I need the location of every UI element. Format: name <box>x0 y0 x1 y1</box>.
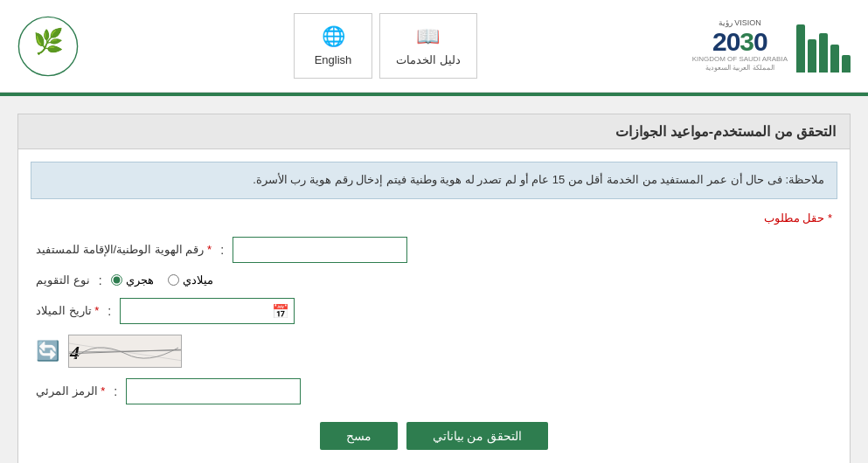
miladi-radio[interactable] <box>168 274 179 286</box>
vision-2030-logo: VISION رؤية 2030 KINGDOM OF SAUDI ARABIA… <box>692 18 788 73</box>
svg-text:3154: 3154 <box>69 342 82 363</box>
notice-bar: ملاحظة: فى حال أن عمر المستفيد من الخدمة… <box>31 162 837 199</box>
captcha-image-row: 3154 🔄 <box>36 335 832 368</box>
saudi-emblem: 🌿 <box>17 16 79 77</box>
required-text: حقل مطلوب <box>764 211 825 225</box>
id-colon: : <box>220 243 224 257</box>
vision-label-bottom: KINGDOM OF SAUDI ARABIA <box>692 55 788 64</box>
captcha-label: * الرمز المرئي <box>36 384 105 397</box>
captcha-required-star: * <box>101 384 105 397</box>
absher-bar-2 <box>830 45 839 73</box>
calendar-icon[interactable]: 📅 <box>272 302 289 319</box>
captcha-colon: : <box>114 384 117 398</box>
header-right: VISION رؤية 2030 KINGDOM OF SAUDI ARABIA… <box>692 18 851 73</box>
vision-number: 2030 <box>712 29 767 55</box>
hijri-label: هجري <box>126 273 154 287</box>
captcha-refresh-icon[interactable]: 🔄 <box>36 340 59 363</box>
form-title: التحقق من المستخدم-مواعيد الجوازات <box>18 114 850 149</box>
date-input-wrap: 📅 <box>120 298 295 324</box>
birthdate-row: 📅 : * تاريخ الميلاد <box>36 298 832 324</box>
form-body: * حقل مطلوب : * رقم الهوية الوطنية/الإقا… <box>18 199 850 463</box>
services-guide-button[interactable]: 📖 دليل الخدمات <box>379 13 477 79</box>
calendar-row: ميلادي هجري : نوع التقويم <box>36 273 832 287</box>
header-left: 🌿 <box>17 16 79 77</box>
hijri-option[interactable]: هجري <box>111 273 154 287</box>
id-row: : * رقم الهوية الوطنية/الإقامة للمستفيد <box>36 237 832 263</box>
book-icon: 📖 <box>416 25 440 48</box>
id-input[interactable] <box>233 237 407 263</box>
captcha-image: 3154 <box>68 335 182 368</box>
vision-arabic: المملكة العربية السعودية <box>705 64 774 73</box>
required-star: * <box>828 211 832 225</box>
buttons-row: التحقق من بياناتي مسح <box>36 422 832 450</box>
calendar-radio-group: ميلادي هجري <box>111 273 213 287</box>
svg-text:🌿: 🌿 <box>33 26 64 55</box>
birthdate-input[interactable] <box>120 298 295 324</box>
globe-icon: 🌐 <box>322 25 345 48</box>
captcha-svg: 3154 <box>69 335 181 368</box>
header: VISION رؤية 2030 KINGDOM OF SAUDI ARABIA… <box>0 0 868 93</box>
clear-button[interactable]: مسح <box>320 422 398 450</box>
english-button[interactable]: 🌐 English <box>294 13 372 79</box>
absher-bar-5 <box>796 24 805 73</box>
header-center: 📖 دليل الخدمات 🌐 English <box>294 13 477 79</box>
captcha-input[interactable] <box>126 378 301 404</box>
calendar-label: نوع التقويم <box>36 273 90 287</box>
miladi-label: ميلادي <box>183 273 213 287</box>
absher-bar-4 <box>808 39 816 73</box>
verify-button[interactable]: التحقق من بياناتي <box>406 422 549 450</box>
birthdate-label: * تاريخ الميلاد <box>36 304 99 317</box>
calendar-colon: : <box>99 273 102 287</box>
services-guide-label: دليل الخدمات <box>396 53 461 66</box>
absher-logo <box>796 20 851 73</box>
english-label: English <box>315 53 352 66</box>
captcha-input-row: : * الرمز المرئي <box>36 378 832 404</box>
birthdate-colon: : <box>108 304 111 318</box>
required-note: * حقل مطلوب <box>36 211 832 225</box>
hijri-radio[interactable] <box>111 274 122 286</box>
id-required-star: * <box>207 243 212 256</box>
main-content: التحقق من المستخدم-مواعيد الجوازات ملاحظ… <box>0 96 868 463</box>
absher-bar-1 <box>842 55 851 73</box>
birthdate-required-star: * <box>94 304 99 317</box>
miladi-option[interactable]: ميلادي <box>168 273 213 287</box>
id-label: * رقم الهوية الوطنية/الإقامة للمستفيد <box>36 243 212 256</box>
form-container: التحقق من المستخدم-مواعيد الجوازات ملاحظ… <box>17 114 851 463</box>
absher-bar-3 <box>819 33 828 73</box>
